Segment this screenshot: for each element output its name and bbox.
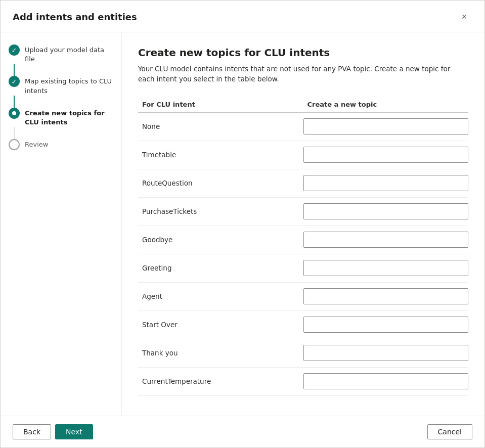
table-row: RouteQuestion <box>138 169 468 198</box>
table-row: Start Over <box>138 311 468 339</box>
step-review: Review <box>9 139 113 150</box>
step-upload-label: Upload your model data file <box>25 44 113 64</box>
intent-label: Start Over <box>138 321 303 329</box>
col-topic-header: Create a new topic <box>303 101 469 108</box>
cancel-button[interactable]: Cancel <box>427 424 472 439</box>
topic-input-cell <box>303 230 469 250</box>
topic-input[interactable] <box>303 345 469 361</box>
topic-input-cell <box>303 201 469 221</box>
dialog-body: Upload your model data file Map existing… <box>1 32 484 416</box>
step-map-circle <box>9 76 20 87</box>
topic-input[interactable] <box>303 373 469 389</box>
intent-label: Goodbye <box>138 236 303 244</box>
intent-label: Greeting <box>138 264 303 272</box>
topic-input[interactable] <box>303 203 469 219</box>
topic-input[interactable] <box>303 317 469 333</box>
table-row: Thank you <box>138 339 468 368</box>
intent-label: Agent <box>138 292 303 300</box>
table-row: Timetable <box>138 141 468 169</box>
step-create-label: Create new topics for CLU intents <box>25 108 113 127</box>
col-intent-header: For CLU intent <box>138 101 303 108</box>
sidebar: Upload your model data file Map existing… <box>1 32 122 416</box>
dialog-footer: Back Next Cancel <box>1 416 484 447</box>
topic-input[interactable] <box>303 175 469 191</box>
connector-2 <box>9 96 113 108</box>
intent-label: RouteQuestion <box>138 179 303 187</box>
table-row: None <box>138 113 468 141</box>
close-icon: × <box>462 12 467 22</box>
connector-line-2 <box>14 96 15 108</box>
active-dot-icon <box>12 111 16 115</box>
page-description: Your CLU model contains intents that are… <box>138 64 468 84</box>
topic-input-cell <box>303 116 469 137</box>
topic-input[interactable] <box>303 288 469 304</box>
checkmark-icon <box>12 47 17 54</box>
table-rows-container: NoneTimetableRouteQuestionPurchaseTicket… <box>138 113 468 396</box>
connector-1 <box>9 64 113 76</box>
intent-label: Thank you <box>138 349 303 357</box>
step-map: Map existing topics to CLU intents <box>9 76 113 95</box>
topic-input-cell <box>303 173 469 193</box>
intent-label: PurchaseTickets <box>138 207 303 215</box>
connector-line-3 <box>14 127 15 139</box>
next-button[interactable]: Next <box>55 424 93 439</box>
step-review-label: Review <box>25 139 48 149</box>
intent-label: Timetable <box>138 151 303 159</box>
topic-input[interactable] <box>303 118 469 135</box>
page-title: Create new topics for CLU intents <box>138 47 468 59</box>
topic-input-cell <box>303 145 469 165</box>
topic-input-cell <box>303 343 469 363</box>
step-map-label: Map existing topics to CLU intents <box>25 76 113 95</box>
table-row: Greeting <box>138 254 468 283</box>
step-map-indicator <box>9 76 20 87</box>
dialog-title: Add intents and entities <box>13 12 137 22</box>
main-content: Create new topics for CLU intents Your C… <box>122 32 484 416</box>
intent-label: None <box>138 122 303 130</box>
topic-input-cell <box>303 371 469 391</box>
connector-3 <box>9 127 113 139</box>
step-upload-circle <box>9 44 20 56</box>
close-button[interactable]: × <box>456 9 472 25</box>
intents-table: For CLU intent Create a new topic NoneTi… <box>138 97 468 402</box>
step-create: Create new topics for CLU intents <box>9 108 113 127</box>
table-row: PurchaseTickets <box>138 198 468 226</box>
table-header: For CLU intent Create a new topic <box>138 97 468 113</box>
topic-input[interactable] <box>303 260 469 276</box>
topic-input-cell <box>303 286 469 306</box>
step-upload: Upload your model data file <box>9 44 113 64</box>
table-row: Agent <box>138 283 468 311</box>
footer-left: Back Next <box>13 424 93 439</box>
table-row: Goodbye <box>138 226 468 254</box>
step-create-indicator <box>9 108 20 119</box>
checkmark-icon-2 <box>12 78 17 85</box>
topic-input[interactable] <box>303 147 469 163</box>
topic-input-cell <box>303 315 469 335</box>
back-button[interactable]: Back <box>13 424 51 439</box>
intent-label: CurrentTemperature <box>138 377 303 385</box>
connector-line-1 <box>14 64 15 76</box>
dialog-header: Add intents and entities × <box>1 1 484 32</box>
step-upload-indicator <box>9 44 20 56</box>
table-row: CurrentTemperature <box>138 368 468 396</box>
topic-input[interactable] <box>303 232 469 248</box>
step-review-indicator <box>9 139 20 150</box>
topic-input-cell <box>303 258 469 278</box>
dialog: Add intents and entities × Upload your m… <box>0 0 485 448</box>
step-review-circle <box>9 139 20 150</box>
step-create-circle <box>9 108 20 119</box>
